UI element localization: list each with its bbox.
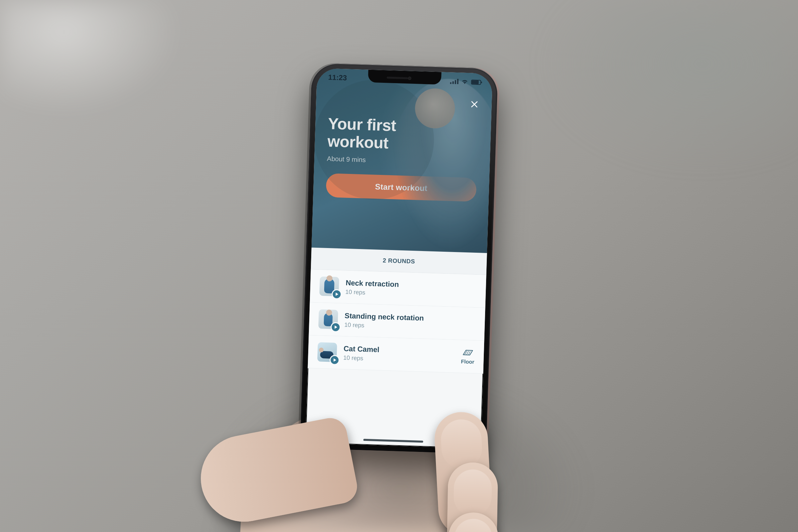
workout-duration: About 9 mins xyxy=(327,155,477,167)
home-indicator[interactable] xyxy=(363,439,423,443)
equipment-label: Floor xyxy=(461,359,474,365)
exercise-thumbnail[interactable] xyxy=(318,309,338,329)
close-icon xyxy=(470,100,478,108)
phone-screen: 11:23 Your first workout About 9 mins St… xyxy=(305,68,492,449)
exercise-row[interactable]: Cat Camel 10 reps Floor xyxy=(307,335,484,374)
battery-icon xyxy=(471,79,481,85)
device-notch xyxy=(368,70,441,85)
exercise-row[interactable]: Standing neck rotation 10 reps xyxy=(309,302,486,341)
signal-icon xyxy=(450,78,458,84)
workout-title: Your first workout xyxy=(327,115,428,153)
close-button[interactable] xyxy=(467,97,482,112)
phone-frame: 11:23 Your first workout About 9 mins St… xyxy=(300,62,498,454)
floor-icon xyxy=(461,348,475,357)
exercise-thumbnail[interactable] xyxy=(319,276,339,296)
play-icon xyxy=(332,290,341,299)
equipment-badge: Floor xyxy=(461,348,475,365)
start-workout-button[interactable]: Start workout xyxy=(326,173,477,202)
wifi-icon xyxy=(461,79,469,84)
exercise-list: 2 ROUNDS Neck retraction 10 reps xyxy=(307,248,487,374)
workout-hero: Your first workout About 9 mins Start wo… xyxy=(311,68,493,253)
exercise-thumbnail[interactable] xyxy=(317,342,337,362)
status-time: 11:23 xyxy=(328,73,347,82)
play-icon xyxy=(330,356,339,364)
play-icon xyxy=(331,323,340,331)
exercise-row[interactable]: Neck retraction 10 reps xyxy=(310,269,487,308)
